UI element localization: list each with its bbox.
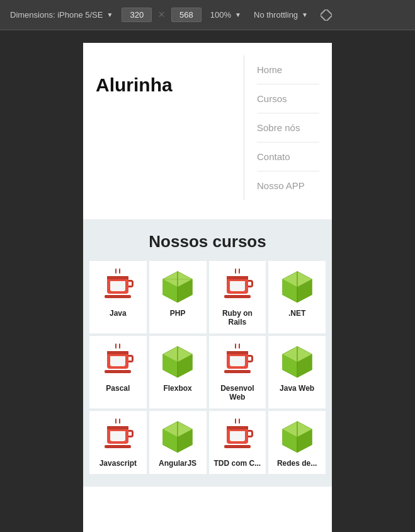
- net-label: .NET: [288, 309, 305, 318]
- php-icon: [160, 269, 195, 304]
- width-input[interactable]: [122, 8, 152, 22]
- ruby-icon: [220, 269, 255, 304]
- nav-links: Home Cursos Sobre nós Contato Nosso APP: [244, 55, 319, 200]
- course-pascal[interactable]: Pascal: [89, 336, 147, 408]
- site-title: Alurinha: [96, 55, 244, 96]
- ruby-label: Ruby on Rails: [213, 309, 263, 327]
- course-flexbox[interactable]: Flexbox: [149, 336, 207, 408]
- angular-label: AngularJS: [159, 459, 196, 468]
- courses-section: Nossos cursos Java: [83, 219, 332, 487]
- devweb-icon: [220, 344, 255, 379]
- javaweb-label: Java Web: [280, 384, 314, 393]
- throttling-caret: ▼: [302, 11, 308, 18]
- phone-frame: Alurinha Home Cursos Sobre nós Contato N…: [83, 43, 332, 532]
- dimension-separator: ×: [157, 8, 166, 21]
- course-grid: Java PHP: [89, 261, 326, 474]
- main-area: Alurinha Home Cursos Sobre nós Contato N…: [0, 30, 415, 532]
- dimensions-caret: ▼: [106, 11, 113, 18]
- nav-cursos[interactable]: Cursos: [257, 84, 319, 113]
- svg-rect-0: [321, 9, 332, 21]
- flexbox-label: Flexbox: [163, 384, 191, 393]
- throttling-label: No throttling: [254, 10, 298, 20]
- pascal-icon: [100, 344, 135, 379]
- course-net[interactable]: .NET: [268, 261, 326, 333]
- tdd-label: TDD com C...: [214, 459, 261, 468]
- devweb-label: Desenvol Web: [213, 384, 263, 402]
- course-angular[interactable]: AngularJS: [149, 411, 207, 474]
- rotate-icon: [321, 9, 332, 21]
- throttling-selector[interactable]: No throttling ▼: [250, 8, 312, 22]
- height-input[interactable]: [171, 8, 202, 22]
- course-tdd[interactable]: TDD com C...: [209, 411, 266, 474]
- redes-label: Redes de...: [277, 459, 317, 468]
- nav-home[interactable]: Home: [257, 55, 319, 84]
- toolbar: Dimensions: iPhone 5/SE ▼ × 100% ▼ No th…: [0, 0, 415, 30]
- tdd-icon: [220, 419, 255, 454]
- course-javascript[interactable]: Javascript: [89, 411, 147, 474]
- javaweb-icon: [280, 344, 315, 379]
- course-javaweb[interactable]: Java Web: [268, 336, 326, 408]
- courses-heading: Nossos cursos: [89, 232, 326, 252]
- course-ruby[interactable]: Ruby on Rails: [209, 261, 266, 333]
- nav-app[interactable]: Nosso APP: [257, 171, 319, 200]
- course-java[interactable]: Java: [89, 261, 147, 333]
- angular-icon: [160, 419, 195, 454]
- java-label: Java: [110, 309, 127, 318]
- pascal-label: Pascal: [106, 384, 130, 393]
- course-php[interactable]: PHP: [149, 261, 207, 333]
- zoom-selector[interactable]: 100% ▼: [207, 8, 245, 22]
- course-devweb[interactable]: Desenvol Web: [209, 336, 266, 408]
- dimensions-label: Dimensions: iPhone 5/SE: [10, 10, 103, 20]
- net-icon: [280, 269, 315, 304]
- java-icon: [100, 269, 135, 304]
- nav-sobre[interactable]: Sobre nós: [257, 113, 319, 142]
- flexbox-icon: [160, 344, 195, 379]
- course-redes[interactable]: Redes de...: [268, 411, 326, 474]
- dimensions-selector[interactable]: Dimensions: iPhone 5/SE ▼: [6, 8, 117, 22]
- zoom-caret: ▼: [235, 11, 241, 18]
- zoom-label: 100%: [210, 10, 231, 20]
- javascript-label: Javascript: [99, 459, 137, 468]
- rotate-button[interactable]: [317, 7, 336, 23]
- php-label: PHP: [170, 309, 186, 318]
- javascript-icon: [100, 419, 135, 454]
- nav-section: Alurinha Home Cursos Sobre nós Contato N…: [83, 43, 332, 219]
- nav-contato[interactable]: Contato: [257, 142, 319, 171]
- redes-icon: [280, 419, 315, 454]
